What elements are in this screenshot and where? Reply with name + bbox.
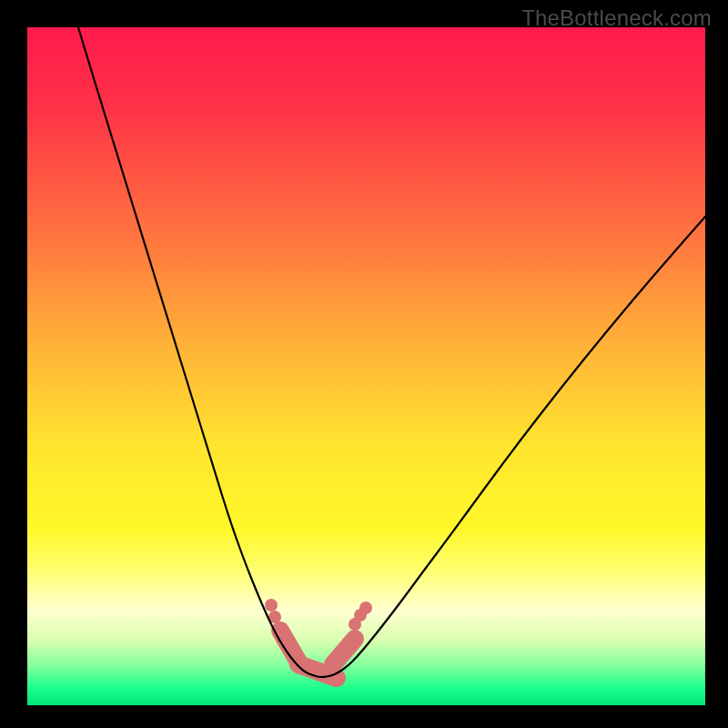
plot-area (27, 27, 705, 705)
chart-frame: TheBottleneck.com (0, 0, 728, 728)
marker-dot (265, 599, 278, 612)
chart-svg (27, 27, 705, 705)
marker-dot (359, 602, 372, 614)
